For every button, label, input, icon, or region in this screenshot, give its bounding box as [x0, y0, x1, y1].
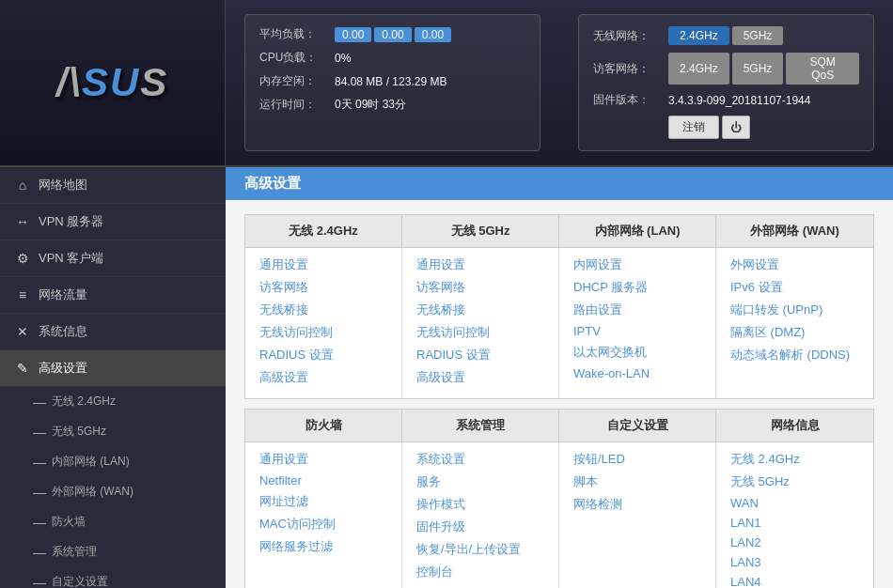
cell-wan: 外网设置 IPv6 设置 端口转发 (UPnP) 隔离区 (DMZ) 动态域名解…: [716, 248, 873, 398]
section-header-row-2: 防火墙 系统管理 自定义设置 网络信息: [245, 410, 873, 442]
link-ni-w5[interactable]: 无线 5GHz: [730, 471, 859, 493]
page-title: 高级设置: [226, 167, 893, 200]
link-w5-acl[interactable]: 无线访问控制: [416, 321, 544, 344]
link-wan-ipv6[interactable]: IPv6 设置: [730, 276, 859, 299]
cpu-row: CPU负载： 0%: [259, 50, 525, 66]
sysinfo-icon: ✕: [14, 324, 31, 339]
uptime-value: 0天 09时 33分: [335, 97, 406, 113]
sqm-qos-btn[interactable]: SQM QoS: [786, 53, 859, 85]
wifi-24ghz-btn[interactable]: 2.4GHz: [668, 26, 729, 45]
link-wan-upnp[interactable]: 端口转发 (UPnP): [730, 299, 859, 321]
link-w24-advanced[interactable]: 高级设置: [259, 366, 387, 389]
guest-5ghz-btn[interactable]: 5GHz: [732, 53, 784, 85]
link-ni-lan2[interactable]: LAN2: [730, 533, 859, 552]
header-lan: 内部网络 (LAN): [559, 215, 716, 247]
logout-btn[interactable]: 注销: [668, 116, 719, 139]
link-w5-general[interactable]: 通用设置: [416, 254, 544, 276]
link-wan-settings[interactable]: 外网设置: [730, 254, 859, 276]
load-badges: 0.00 0.00 0.00: [335, 27, 451, 42]
header-firewall: 防火墙: [245, 410, 402, 441]
link-lan-settings[interactable]: 内网设置: [573, 254, 701, 276]
cell-netinfo: 无线 2.4GHz 无线 5GHz WAN LAN1 LAN2 LAN3 LAN…: [716, 442, 873, 588]
header-netinfo: 网络信息: [716, 410, 873, 441]
load-val-3: 0.00: [415, 27, 451, 42]
sidebar-item-vpn-server[interactable]: ↔ VPN 服务器: [0, 204, 226, 240]
link-w5-advanced[interactable]: 高级设置: [416, 366, 544, 389]
link-sys-firmware[interactable]: 固件升级: [416, 516, 544, 538]
sidebar-sub-custom[interactable]: — 自定义设置: [0, 567, 226, 588]
sidebar-sub-firewall[interactable]: — 防火墙: [0, 507, 226, 537]
link-lan-route[interactable]: 路由设置: [573, 299, 701, 321]
stats-right: 无线网络： 2.4GHz 5GHz 访客网络： 2.4GHz 5GHz SQM …: [578, 14, 874, 151]
link-ni-lan4[interactable]: LAN4: [730, 572, 859, 588]
link-w24-radius[interactable]: RADIUS 设置: [259, 344, 387, 366]
vpn-server-icon: ↔: [14, 214, 31, 229]
sidebar-sub-wireless-5[interactable]: — 无线 5GHz: [0, 417, 226, 447]
link-lan-dhcp[interactable]: DHCP 服务器: [573, 276, 701, 299]
logo-area: /\SUS: [0, 0, 226, 165]
load-row: 平均负载： 0.00 0.00 0.00: [259, 26, 525, 42]
link-lan-switch[interactable]: 以太网交换机: [573, 341, 701, 364]
link-wan-dmz[interactable]: 隔离区 (DMZ): [730, 321, 859, 344]
link-custom-script[interactable]: 脚本: [573, 471, 701, 493]
header-wireless-5: 无线 5GHz: [402, 215, 559, 247]
link-w24-guest[interactable]: 访客网络: [259, 276, 387, 299]
section-body-row-2: 通用设置 Netfilter 网址过滤 MAC访问控制 网络服务过滤 系统设置 …: [245, 442, 873, 588]
sidebar-item-vpn-client[interactable]: ⚙ VPN 客户端: [0, 240, 226, 277]
sidebar-sub-lan[interactable]: — 内部网络 (LAN): [0, 447, 226, 477]
link-w5-bridge[interactable]: 无线桥接: [416, 299, 544, 321]
guest-24ghz-btn[interactable]: 2.4GHz: [668, 53, 729, 85]
link-w24-general[interactable]: 通用设置: [259, 254, 387, 276]
link-sys-service[interactable]: 服务: [416, 471, 544, 493]
sidebar-item-sysinfo[interactable]: ✕ 系统信息: [0, 314, 226, 350]
link-fw-service[interactable]: 网络服务过滤: [259, 535, 387, 558]
guest-row: 访客网络： 2.4GHz 5GHz SQM QoS: [593, 53, 859, 85]
traffic-icon: ≡: [14, 287, 31, 302]
link-fw-general[interactable]: 通用设置: [259, 448, 387, 471]
firmware-row: 固件版本： 3.4.3.9-099_20181107-1944: [593, 92, 859, 108]
content-inner: 无线 2.4GHz 无线 5GHz 内部网络 (LAN) 外部网络 (WAN) …: [226, 200, 893, 588]
link-wan-ddns[interactable]: 动态域名解析 (DDNS): [730, 344, 859, 366]
sidebar: ⌂ 网络地图 ↔ VPN 服务器 ⚙ VPN 客户端 ≡ 网络流量 ✕ 系统信息…: [0, 167, 226, 588]
content: 高级设置 无线 2.4GHz 无线 5GHz 内部网络 (LAN) 外部网络 (…: [226, 167, 893, 588]
link-fw-mac[interactable]: MAC访问控制: [259, 513, 387, 535]
link-ni-lan1[interactable]: LAN1: [730, 513, 859, 533]
wifi-5ghz-btn[interactable]: 5GHz: [732, 26, 784, 45]
link-sys-console[interactable]: 控制台: [416, 561, 544, 583]
cell-wireless-5: 通用设置 访客网络 无线桥接 无线访问控制 RADIUS 设置 高级设置: [402, 248, 559, 398]
link-fw-netfilter[interactable]: Netfilter: [259, 471, 387, 490]
header-wan: 外部网络 (WAN): [716, 215, 873, 247]
sidebar-item-advanced[interactable]: ✎ 高级设置: [0, 350, 226, 387]
link-custom-netcheck[interactable]: 网络检测: [573, 493, 701, 516]
sidebar-item-network-map[interactable]: ⌂ 网络地图: [0, 167, 226, 204]
action-btn-group: 注销 ⏻: [668, 116, 750, 139]
link-sys-restore[interactable]: 恢复/导出/上传设置: [416, 538, 544, 561]
cell-custom: 按钮/LED 脚本 网络检测: [559, 442, 716, 588]
link-w24-bridge[interactable]: 无线桥接: [259, 299, 387, 321]
link-lan-wol[interactable]: Wake-on-LAN: [573, 364, 701, 383]
sidebar-item-traffic[interactable]: ≡ 网络流量: [0, 277, 226, 314]
section-header-row-1: 无线 2.4GHz 无线 5GHz 内部网络 (LAN) 外部网络 (WAN): [245, 215, 873, 248]
link-ni-wan[interactable]: WAN: [730, 493, 859, 513]
sidebar-sub-wan[interactable]: — 外部网络 (WAN): [0, 477, 226, 507]
link-w24-acl[interactable]: 无线访问控制: [259, 321, 387, 344]
header-wireless-24: 无线 2.4GHz: [245, 215, 402, 247]
header-system: 系统管理: [402, 410, 559, 441]
link-sys-mode[interactable]: 操作模式: [416, 493, 544, 516]
link-custom-led[interactable]: 按钮/LED: [573, 448, 701, 471]
power-btn[interactable]: ⏻: [722, 116, 750, 139]
cell-firewall: 通用设置 Netfilter 网址过滤 MAC访问控制 网络服务过滤: [245, 442, 402, 588]
link-lan-iptv[interactable]: IPTV: [573, 321, 701, 341]
sidebar-sub-system[interactable]: — 系统管理: [0, 537, 226, 567]
link-fw-url[interactable]: 网址过滤: [259, 490, 387, 513]
sections-wrapper-1: 无线 2.4GHz 无线 5GHz 内部网络 (LAN) 外部网络 (WAN) …: [244, 214, 874, 399]
link-w5-guest[interactable]: 访客网络: [416, 276, 544, 299]
link-w5-radius[interactable]: RADIUS 设置: [416, 344, 544, 366]
link-ni-lan3[interactable]: LAN3: [730, 552, 859, 572]
wifi-row: 无线网络： 2.4GHz 5GHz: [593, 26, 859, 45]
mem-row: 内存空闲： 84.08 MB / 123.29 MB: [259, 73, 525, 89]
sidebar-sub-wireless-24[interactable]: — 无线 2.4GHz: [0, 387, 226, 417]
uptime-label: 运行时间：: [259, 97, 325, 113]
link-ni-w24[interactable]: 无线 2.4GHz: [730, 448, 859, 471]
link-sys-settings[interactable]: 系统设置: [416, 448, 544, 471]
